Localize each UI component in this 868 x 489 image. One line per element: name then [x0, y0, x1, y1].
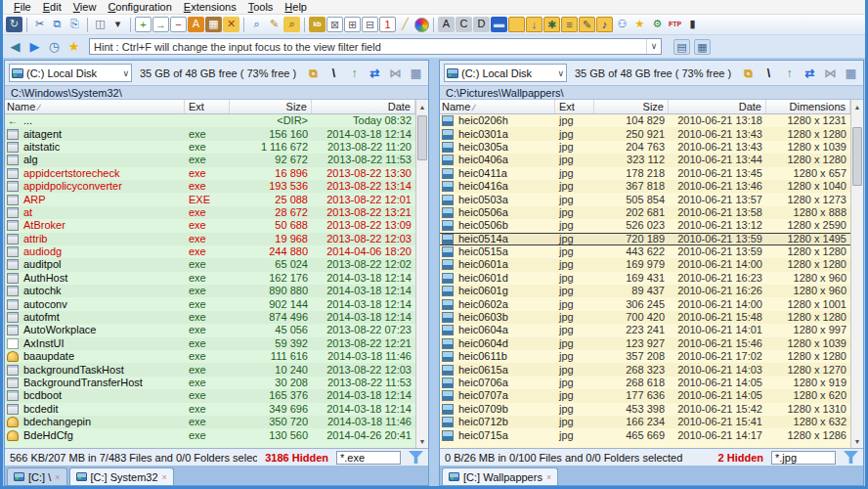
file-row[interactable]: heic0615ajpg268 3232010-06-21 14:031280 …	[440, 363, 850, 376]
day-notes-icon[interactable]: 1	[379, 17, 396, 32]
back-icon[interactable]: ◀	[7, 39, 23, 55]
file-lock-icon[interactable]: ⊠	[326, 17, 343, 32]
unpack-archive-icon[interactable]: ▦	[205, 17, 222, 32]
folder-tools-icon[interactable]: ✱	[543, 17, 560, 32]
file-row[interactable]: AuthHostexe162 1762014-03-18 12:14	[5, 272, 415, 285]
file-row[interactable]: ARPEXE25 0882013-08-22 12:01	[5, 193, 415, 205]
network-icon[interactable]: ⚇	[614, 17, 630, 32]
notes-panel-icon[interactable]: ▤	[673, 39, 690, 55]
tab-close-icon[interactable]: ×	[162, 472, 167, 482]
file-row[interactable]: heic0601ajpg169 9792010-06-21 14:001280 …	[440, 258, 850, 271]
tab-close-icon[interactable]: ×	[55, 472, 60, 482]
file-row[interactable]: heic0709bjpg453 3982010-06-21 15:421280 …	[440, 403, 850, 416]
disconnect-icon[interactable]: ⋈	[387, 66, 404, 81]
refresh-pane-icon[interactable]: ⇄	[367, 66, 383, 81]
scroll-down-icon[interactable]: ▼	[851, 435, 863, 448]
file-row[interactable]: heic0305ajpg204 7632010-06-21 13:431280 …	[440, 141, 850, 154]
path-bar[interactable]: C:\Pictures\Wallpappers\	[440, 85, 863, 100]
drive-a-icon[interactable]: A	[438, 17, 455, 32]
path-bar[interactable]: C:\Windows\System32\	[5, 85, 428, 100]
filter-funnel-icon[interactable]	[409, 451, 423, 464]
scroll-up-icon[interactable]: ▲	[416, 101, 428, 113]
file-row[interactable]: heic0301ajpg250 9212010-06-21 13:431280 …	[440, 127, 850, 140]
disconnect-icon[interactable]: ⋈	[822, 66, 839, 81]
edit-file-icon[interactable]: ✎	[266, 17, 282, 32]
menu-item-help[interactable]: Help	[279, 0, 313, 15]
file-row[interactable]: BackgroundTransferHostexe30 2082013-08-2…	[5, 377, 415, 389]
menu-item-configuration[interactable]: Configuration	[102, 0, 177, 15]
file-row[interactable]: heic0715ajpg465 6692010-06-21 14:171280 …	[440, 428, 850, 441]
view-columns-icon[interactable]: ▦	[843, 66, 859, 81]
copy-icon[interactable]: ⧉	[49, 17, 65, 32]
file-row[interactable]: auditpolexe65 0242013-08-22 12:02	[5, 258, 415, 271]
file-row[interactable]: heic0406ajpg323 1122010-06-21 13:441280 …	[440, 154, 850, 166]
drive-selector[interactable]: (C:) Local Disk ∨	[9, 64, 132, 82]
file-row[interactable]: AxInstUIexe59 3922013-08-22 12:21	[5, 337, 415, 350]
file-row[interactable]: appidpolicyconverterexe193 5362013-08-22…	[5, 180, 415, 193]
scroll-up-icon[interactable]: ▲	[851, 101, 863, 113]
file-row[interactable]: autoconvexe902 1442014-03-18 12:14	[5, 297, 415, 310]
menu-item-view[interactable]: View	[67, 0, 103, 15]
delete-file-icon[interactable]: −	[170, 17, 187, 32]
file-row[interactable]: heic0601djpg169 4312010-06-21 16:231280 …	[440, 272, 850, 285]
wand-icon[interactable]: ╱	[397, 17, 413, 32]
folder-tree-icon[interactable]: ⧉	[740, 66, 757, 81]
file-row[interactable]: attribexe19 9682013-08-22 12:03	[5, 233, 415, 245]
file-row[interactable]: audiodgexe244 8802014-04-06 18:20	[5, 245, 415, 258]
copy-file-icon[interactable]: →	[152, 17, 169, 32]
view-filter-input[interactable]	[336, 451, 401, 465]
root-folder-icon[interactable]: \	[326, 66, 342, 81]
file-row[interactable]: aitagentexe156 1602014-03-18 12:14	[5, 127, 415, 140]
ftp-icon[interactable]: FTP	[667, 17, 683, 32]
file-row[interactable]: bdechangepinexe350 7202014-03-18 11:46	[5, 416, 415, 428]
find-in-folder-icon[interactable]: ⌕	[283, 17, 300, 32]
paste-icon[interactable]: ⎘	[66, 17, 83, 32]
file-row[interactable]: heic0602ajpg306 2452010-06-21 14:001280 …	[440, 297, 850, 310]
file-row[interactable]: atexe28 6722013-08-22 13:21	[5, 206, 415, 219]
parent-folder-icon[interactable]: ↑	[346, 66, 363, 81]
menu-item-tools[interactable]: Tools	[242, 0, 280, 15]
file-row[interactable]: heic0506bjpg526 0232010-06-21 13:121280 …	[440, 219, 850, 232]
folder-tab[interactable]: [C:] System32×	[69, 467, 174, 485]
column-header-ext[interactable]: Ext	[555, 100, 594, 113]
drive-c-icon[interactable]: C	[456, 17, 472, 32]
file-row[interactable]: autochkexe890 8802014-03-18 12:14	[5, 285, 415, 297]
column-header-name[interactable]: Name∕	[440, 100, 555, 113]
file-row[interactable]: heic0604djpg123 9272010-06-21 15:461280 …	[440, 337, 850, 350]
pack-archive-icon[interactable]: A	[188, 17, 204, 32]
folder-list-icon[interactable]: ≡	[561, 17, 578, 32]
folder-download-icon[interactable]: ↓	[526, 17, 542, 32]
file-row[interactable]: backgroundTaskHostexe10 2402013-08-22 12…	[5, 363, 415, 376]
view-filter-input[interactable]	[771, 451, 836, 465]
calc-folder-size-icon[interactable]: kb	[309, 17, 326, 32]
search-files-icon[interactable]: ⌕	[248, 17, 265, 32]
folder-tab[interactable]: [C:] \×	[7, 467, 67, 485]
color-settings-icon[interactable]	[414, 18, 429, 32]
root-folder-icon[interactable]: \	[760, 66, 777, 81]
file-row[interactable]: heic0416ajpg367 8182010-06-21 13:461280 …	[440, 180, 850, 193]
file-row[interactable]: heic0604ajpg223 2412010-06-21 14:011280 …	[440, 324, 850, 336]
parent-directory-row[interactable]: ←...<DIR>Today 08:32	[5, 114, 415, 127]
scrollbar-thumb[interactable]	[417, 115, 427, 160]
hint-address-input[interactable]	[90, 41, 646, 53]
column-header-dims[interactable]: Dimensions	[766, 100, 850, 113]
hint-address-combo[interactable]: ∨	[89, 38, 662, 55]
file-attach-icon[interactable]: ⊟	[362, 17, 378, 32]
column-header-date[interactable]: Date	[669, 100, 766, 113]
scroll-down-icon[interactable]: ▼	[416, 435, 428, 448]
favorites-star-icon[interactable]: ★	[631, 17, 648, 32]
file-row[interactable]: heic0603bjpg700 4202010-06-21 15:481280 …	[440, 311, 850, 324]
file-row[interactable]: aitstaticexe1 116 6722013-08-22 11:20	[5, 141, 415, 154]
folder-tree-icon[interactable]: ⧉	[305, 66, 322, 81]
file-row[interactable]: heic0506ajpg202 6812010-06-21 13:581280 …	[440, 206, 850, 219]
column-header-name[interactable]: Name∕	[5, 100, 185, 113]
file-row[interactable]: baaupdateexe111 6162014-03-18 11:46	[5, 350, 415, 363]
filter-funnel-icon[interactable]	[844, 451, 858, 464]
file-row[interactable]: heic0206hjpg104 8292010-06-21 13:181280 …	[440, 114, 850, 127]
combo-dropdown-icon[interactable]: ∨	[646, 39, 661, 54]
menu-item-edit[interactable]: Edit	[37, 0, 67, 15]
vertical-scrollbar[interactable]: ▲ ▼	[415, 100, 428, 448]
folder-tab[interactable]: [C:] Wallpappers×	[442, 467, 558, 485]
column-header-size[interactable]: Size	[230, 100, 312, 113]
folder-music-icon[interactable]: ♪	[596, 17, 613, 32]
